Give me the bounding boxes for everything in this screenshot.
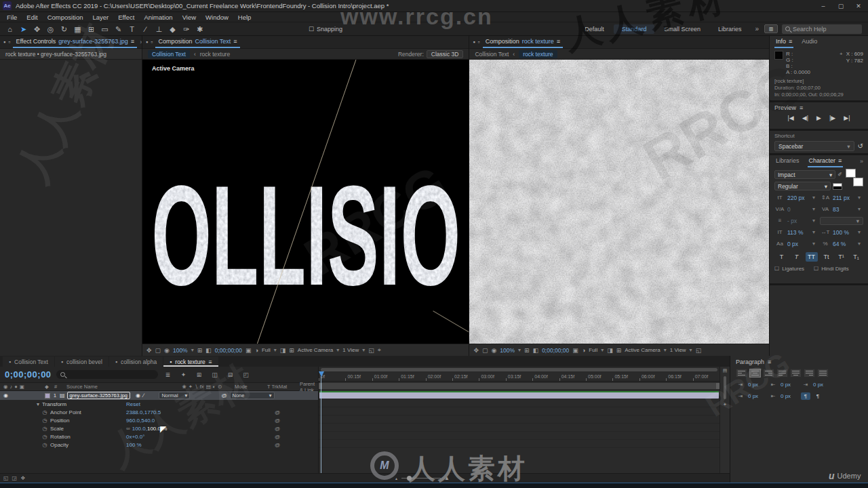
panel-menu-icon[interactable]: ≡ <box>838 157 842 164</box>
twirl-icon[interactable]: ▾ <box>0 401 39 407</box>
parent-pickwhip-icon[interactable]: @ <box>221 392 226 399</box>
comp-viewer-rock-texture[interactable] <box>469 60 769 344</box>
timeline-zoom-control[interactable]: ▲ ▲ <box>395 475 450 481</box>
small-caps-button[interactable]: Tt <box>821 252 833 262</box>
font-family-select[interactable]: Impact ▾ <box>774 170 835 179</box>
anchor-point-row[interactable]: ◷ Anchor Point 2388.0,1770.5 @ <box>0 408 318 416</box>
work-area-bar[interactable] <box>319 382 719 390</box>
workspace-standard[interactable]: Standard <box>614 24 655 34</box>
property-link-icon[interactable]: @ <box>275 434 280 440</box>
channels-icon[interactable]: ◑ <box>254 347 258 354</box>
fill-color-swatch[interactable] <box>846 169 856 178</box>
fill-stroke-swatches[interactable] <box>846 169 863 186</box>
stroke-style-select[interactable]: ▾ <box>820 217 863 225</box>
grid-options-icon[interactable]: ⊞ <box>197 347 203 354</box>
transparency-grid-icon[interactable]: ⊞ <box>616 347 622 354</box>
frame-blend-icon[interactable]: ◫ <box>210 371 220 378</box>
timeline-tab-rock-texture[interactable]: ▪ rock texture ≡ <box>163 357 218 367</box>
opacity-row[interactable]: ◷ Opacity 100 % @ <box>0 441 318 449</box>
vertical-scrollbar[interactable] <box>724 376 726 399</box>
menu-animation[interactable]: Animation <box>139 14 177 21</box>
font-style-select[interactable]: Regular ▾ <box>774 182 831 190</box>
font-size-field[interactable]: 220 px <box>787 195 810 201</box>
gamut-icon[interactable]: ◉ <box>491 347 496 354</box>
horizontal-scale-field[interactable]: 100 % <box>833 229 856 236</box>
pixel-aspect-icon[interactable]: ◱ <box>696 347 702 354</box>
stopwatch-icon[interactable]: ◷ <box>39 409 50 415</box>
resolution-select[interactable]: Full <box>262 347 271 353</box>
type-tool-icon[interactable]: T <box>125 22 138 36</box>
indent-left-field[interactable]: 0 px <box>748 382 766 388</box>
expand-transfer-controls-icon[interactable]: ◲ <box>12 475 18 481</box>
audio-column-icon[interactable]: ♪ <box>10 384 13 390</box>
position-value[interactable]: 960.0,540.0 <box>126 418 155 424</box>
space-before-field[interactable]: 0 px <box>781 382 798 388</box>
rotation-value[interactable]: 0x+0.0° <box>126 434 144 440</box>
layer-row[interactable]: ◉ 1 ▤ grey-surface-3255763.jpg ◉ ∕ Norma… <box>0 391 318 400</box>
transform-group-row[interactable]: ▾ Transform Reset <box>0 400 318 408</box>
layer-duration-bar[interactable] <box>319 390 719 399</box>
align-left-button[interactable] <box>736 369 747 378</box>
comp-button-icon[interactable]: ✦ <box>723 402 727 407</box>
home-tool-icon[interactable]: ⌂ <box>3 22 16 36</box>
timeline-navigator-bar[interactable] <box>321 368 717 371</box>
menu-composition[interactable]: Composition <box>43 14 88 21</box>
constrain-link-icon[interactable]: ∞ <box>126 426 130 432</box>
clone-stamp-tool-icon[interactable]: ⊥ <box>153 22 165 36</box>
mask-toggle-icon[interactable]: ◧ <box>205 347 212 354</box>
time-ruler[interactable]: 0f 00:15f 01:00f 01:15f 02:00f 02:15f 03… <box>319 372 719 382</box>
tab-composition-rock-texture[interactable]: Composition rock texture ≡ <box>483 36 563 48</box>
magnification-select[interactable]: 100% <box>173 347 188 354</box>
expand-in-out-icon[interactable]: ❖ <box>20 475 25 481</box>
panel-lock-icon[interactable]: ▫ <box>151 39 153 45</box>
workspace-libraries[interactable]: Libraries <box>710 24 750 34</box>
lock-column-icon[interactable]: ▣ <box>20 384 24 390</box>
hand-tool-icon[interactable]: ✥ <box>31 22 43 36</box>
scale-row[interactable]: ◷ Scale ∞ 100.0, 100.0 % @ <box>0 424 318 432</box>
resolution-select[interactable]: Full <box>589 347 597 353</box>
eraser-tool-icon[interactable]: ◆ <box>166 22 179 36</box>
property-link-icon[interactable]: @ <box>275 418 280 424</box>
panel-menu-icon[interactable]: ≡ <box>209 359 212 365</box>
workspace-overflow-icon[interactable]: » <box>751 25 763 33</box>
property-link-icon[interactable]: @ <box>275 442 280 448</box>
text-direction-rtl-button[interactable]: ¶ <box>813 392 823 400</box>
motion-blur-icon[interactable]: ⊟ <box>225 371 236 378</box>
panel-menu-icon[interactable]: ≡ <box>800 104 803 111</box>
current-time-display[interactable]: 0;00;00;00 <box>215 347 242 354</box>
zoom-tool-icon[interactable]: ◎ <box>44 22 57 36</box>
workspace-switcher-icon[interactable]: ▥ <box>764 24 778 33</box>
panel-group-icon[interactable]: ▪ <box>146 39 148 45</box>
stroke-width-field[interactable]: - px <box>787 218 810 224</box>
previous-frame-button[interactable]: ◀| <box>802 115 808 121</box>
menu-view[interactable]: View <box>178 14 201 21</box>
comp-viewer-collision-text[interactable]: Active Camera <box>142 60 469 344</box>
reset-icon[interactable]: ↺ <box>858 142 863 150</box>
panel-menu-icon[interactable]: ≡ <box>557 38 560 45</box>
layer-quality-slash-icon[interactable]: ∕ <box>143 392 144 399</box>
tab-overflow-icon[interactable]: » <box>140 39 142 45</box>
workspace-default[interactable]: Default <box>576 24 612 34</box>
orbit-camera-tool-icon[interactable]: ↻ <box>58 22 71 36</box>
puppet-tool-icon[interactable]: ✱ <box>193 22 206 36</box>
zoom-slider-knob[interactable] <box>407 476 412 481</box>
pen-tool-icon[interactable]: ✎ <box>112 22 125 36</box>
always-preview-icon[interactable]: ✥ <box>473 347 479 354</box>
position-row[interactable]: ◷ Position 960.0,540.0 @ <box>0 416 318 424</box>
selection-tool-icon[interactable]: ➤ <box>17 22 30 36</box>
main-viewer-icon[interactable]: ▢ <box>482 347 488 354</box>
snapshot-icon[interactable]: ▣ <box>572 347 578 354</box>
stopwatch-icon[interactable]: ◷ <box>39 418 50 424</box>
expand-layer-switches-icon[interactable]: ◱ <box>3 475 9 481</box>
snapping-toggle[interactable]: ☐ Snapping <box>309 26 342 33</box>
timeline-current-time[interactable]: 0;00;00;00 <box>5 369 52 380</box>
subscript-button[interactable]: T₁ <box>850 252 863 262</box>
stopwatch-icon[interactable]: ◷ <box>39 426 50 432</box>
timeline-track-area[interactable]: 0f 00:15f 01:00f 01:15f 02:00f 02:15f 03… <box>319 367 730 473</box>
panel-menu-icon[interactable]: ≡ <box>233 38 237 45</box>
snapping-checkbox-icon[interactable]: ☐ <box>309 26 314 33</box>
space-after-field[interactable]: 0 px <box>781 393 798 399</box>
last-frame-button[interactable]: ▶| <box>844 115 850 121</box>
gamut-icon[interactable]: ◉ <box>164 347 170 354</box>
layer-visibility-icon[interactable]: ◉ <box>3 392 8 399</box>
